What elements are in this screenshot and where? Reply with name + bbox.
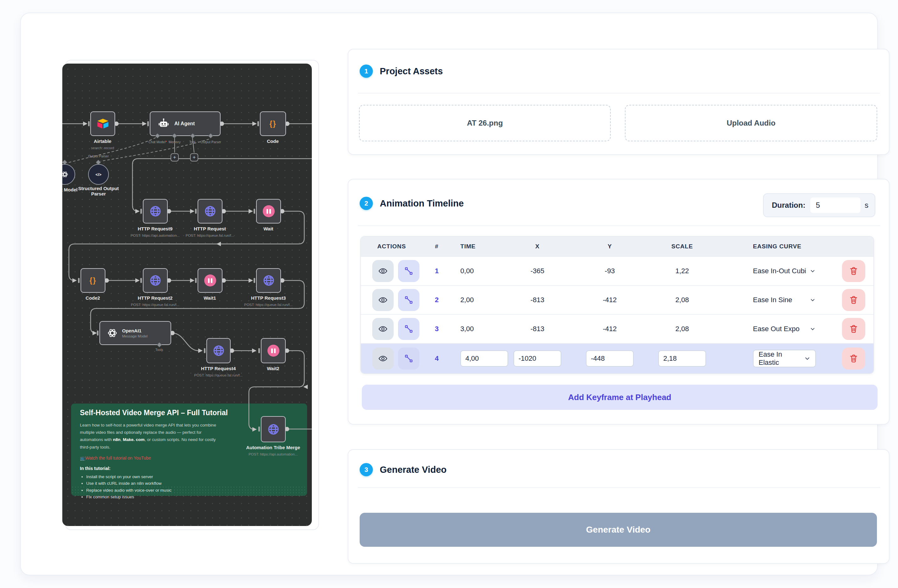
keyframe-number: 2: [426, 296, 448, 304]
scale-value: 2,08: [646, 325, 718, 333]
keyframe-row[interactable]: 2 2,00 -813 -412 2,08 Ease In Sine: [361, 285, 873, 314]
image-upload-slot[interactable]: AT 26.png: [359, 105, 611, 141]
visibility-toggle-button[interactable]: [372, 260, 394, 282]
pause-icon: [268, 345, 280, 357]
easing-select[interactable]: Ease Out Expo: [718, 325, 816, 333]
keyframe-number: 1: [426, 267, 448, 275]
eye-icon: [378, 295, 387, 305]
column-header: TIME: [448, 243, 501, 250]
column-header: Y: [574, 243, 646, 250]
node-airtable: [90, 111, 115, 136]
motion-path-button[interactable]: [398, 348, 420, 369]
node-wait: [256, 199, 281, 223]
node-label: OpenAI1: [122, 328, 148, 333]
node-automation-tribe-merge: [261, 416, 286, 442]
keyframe-table: ACTIONS # TIME X Y SCALE EASING CURVE 1 …: [360, 236, 874, 374]
visibility-toggle-button[interactable]: [372, 318, 394, 340]
section-header: 1 Project Assets: [360, 65, 443, 78]
node-label: HTTP Request3: [234, 295, 303, 301]
divider: [358, 487, 880, 488]
scale-value: 1,22: [646, 267, 718, 275]
openai-icon: [107, 328, 118, 339]
audio-upload-slot[interactable]: Upload Audio: [625, 105, 877, 141]
add-memory-button: +: [171, 153, 179, 162]
node-http-request4: [206, 338, 231, 363]
node-label: Wait2: [238, 366, 308, 371]
easing-select[interactable]: Ease In-Out Cubi: [718, 267, 816, 275]
node-ai-agent: AI Agent: [150, 111, 221, 136]
node-sublabel: POST: https://queue.fal.run/f...: [231, 303, 306, 306]
y-value: -93: [574, 267, 646, 275]
node-http-request3: [256, 268, 281, 293]
delete-keyframe-button[interactable]: [842, 289, 865, 311]
motion-path-icon: [404, 324, 414, 334]
generate-video-button[interactable]: Generate Video: [360, 513, 877, 547]
motion-path-button[interactable]: [398, 318, 420, 340]
delete-keyframe-button[interactable]: [842, 318, 865, 340]
code-icon: {}: [270, 120, 277, 128]
add-keyframe-button[interactable]: Add Keyframe at Playhead: [362, 385, 878, 410]
column-header: SCALE: [646, 243, 718, 250]
node-openai1: OpenAI1 Message Model: [100, 321, 171, 345]
duration-unit: s: [865, 201, 869, 209]
delete-keyframe-button[interactable]: [842, 348, 865, 369]
keyframe-row[interactable]: 3 3,00 -813 -412 2,08 Ease Out Expo: [361, 314, 873, 343]
column-header: ACTIONS: [372, 243, 426, 250]
section-header: 2 Animation Timeline: [360, 197, 464, 210]
scale-input[interactable]: [658, 350, 706, 367]
motion-path-button[interactable]: [398, 289, 420, 311]
x-input[interactable]: [514, 350, 561, 367]
time-value: 3,00: [448, 325, 501, 333]
motion-path-button[interactable]: [398, 260, 420, 282]
animation-timeline-card: 2 Animation Timeline Duration: s ACTIONS…: [348, 179, 889, 425]
scale-value: 2,08: [646, 296, 718, 304]
section-header: 3 Generate Video: [360, 463, 446, 476]
y-value: -412: [574, 325, 646, 333]
divider: [358, 93, 880, 94]
keyframe-row[interactable]: 1 0,00 -365 -93 1,22 Ease In-Out Cubi: [361, 256, 873, 285]
divider: [358, 225, 880, 226]
node-label: Code2: [62, 295, 128, 301]
y-value: -412: [574, 296, 646, 304]
step-badge: 3: [360, 463, 373, 476]
visibility-toggle-button[interactable]: [372, 289, 394, 311]
delete-keyframe-button[interactable]: [842, 260, 865, 282]
code-icon: {}: [90, 276, 97, 285]
section-title: Generate Video: [380, 465, 446, 475]
motion-path-icon: [404, 295, 414, 305]
node-http-request9: [143, 199, 168, 223]
pause-icon: [204, 274, 216, 286]
time-value: 2,00: [448, 296, 501, 304]
generate-video-card: 3 Generate Video Generate Video: [348, 449, 889, 564]
chevron-down-icon: [804, 355, 811, 362]
pause-icon: [263, 205, 275, 217]
trash-icon: [849, 295, 858, 305]
airtable-icon: [96, 118, 109, 129]
chevron-down-icon: [809, 296, 816, 304]
y-input[interactable]: [586, 350, 634, 367]
globe-icon: [212, 344, 225, 357]
duration-label: Duration:: [772, 201, 806, 209]
node-sublabel: POST: https://queue.fal.run/f...: [117, 303, 193, 306]
easing-select[interactable]: Ease In Elastic: [753, 350, 816, 367]
node-http-request: [198, 199, 223, 223]
chevron-down-icon: [809, 267, 816, 275]
node-label: Structured Output Parser: [73, 186, 124, 196]
port-label: Tools: [140, 348, 178, 352]
node-code: {}: [260, 111, 286, 136]
easing-select[interactable]: Ease In Sine: [718, 296, 816, 304]
node-sublabel: POST: https://api.automation...: [235, 453, 311, 456]
x-value: -365: [501, 267, 574, 275]
node-label: Airtable: [68, 139, 137, 144]
keyframe-row-selected[interactable]: 4 Ease In Elastic: [361, 343, 873, 373]
chevron-down-icon: [809, 325, 816, 333]
visibility-toggle-button[interactable]: [372, 348, 394, 369]
app-card: Self-Hosted Video Merge API – Full Tutor…: [20, 12, 878, 576]
globe-icon: [149, 205, 162, 218]
duration-input[interactable]: [810, 197, 861, 213]
port-label: Output Parser: [192, 140, 230, 144]
node-label: Automation Tribe Merge: [238, 445, 308, 450]
node-sublabel: search: record: [65, 146, 140, 150]
port-label: Output Parser: [80, 154, 117, 158]
globe-icon: [204, 205, 217, 218]
